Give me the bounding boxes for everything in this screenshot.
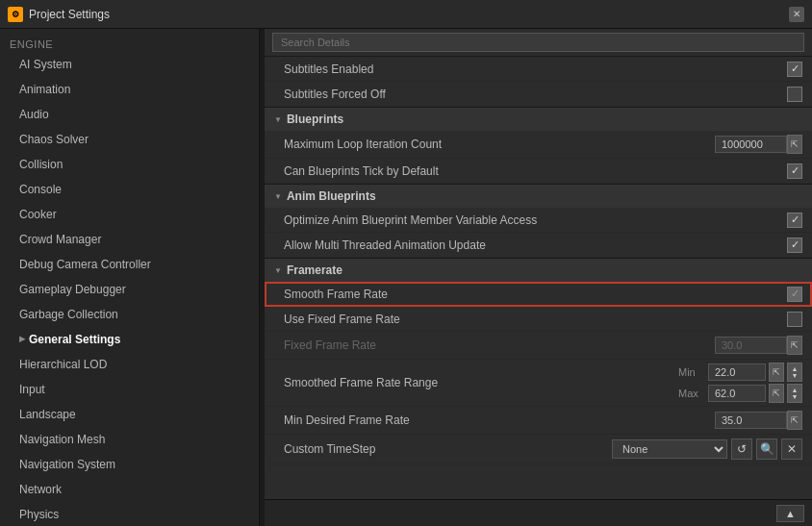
smooth-frame-rate-label: Smooth Frame Rate: [284, 288, 787, 301]
sidebar-item-general-settings[interactable]: General Settings: [0, 327, 259, 352]
setting-row-smoothed-frame-rate-range: Smoothed Frame Rate Range Min ⇱ ▲▼ Max ⇱…: [265, 360, 812, 407]
sidebar-item-debug-camera-controller[interactable]: Debug Camera Controller: [0, 252, 259, 277]
range-min-row: Min ⇱ ▲▼: [678, 363, 802, 382]
range-min-arrow-btn[interactable]: ▲▼: [787, 363, 802, 382]
window-title: Project Settings: [29, 8, 783, 21]
max-loop-input[interactable]: [715, 136, 787, 153]
scroll-up-icon: ▲: [785, 508, 796, 519]
custom-timestep-value: None ↺ 🔍 ✕: [612, 438, 802, 460]
use-fixed-frame-rate-checkbox[interactable]: [787, 312, 802, 327]
smooth-frame-rate-checkbox[interactable]: [787, 287, 802, 302]
setting-row-smooth-frame-rate: Smooth Frame Rate: [265, 282, 812, 307]
sidebar-item-landscape[interactable]: Landscape: [0, 402, 259, 427]
sidebar-item-ai-system[interactable]: AI System: [0, 52, 259, 77]
setting-row-multithreaded-anim: Allow Multi Threaded Animation Update: [265, 233, 812, 258]
max-loop-iteration-label: Maximum Loop Iteration Count: [284, 138, 715, 151]
multithreaded-anim-checkbox[interactable]: [787, 238, 802, 253]
max-loop-input-group: ⇱: [715, 135, 802, 154]
fixed-frame-rate-input[interactable]: [715, 337, 787, 354]
subtitles-forced-off-label: Subtitles Forced Off: [284, 88, 787, 101]
fixed-frame-rate-input-group: ⇱: [715, 336, 802, 355]
optimize-anim-bp-checkbox[interactable]: [787, 213, 802, 228]
search-bar: [265, 29, 812, 57]
range-min-input[interactable]: [708, 363, 766, 381]
range-inputs: Min ⇱ ▲▼ Max ⇱ ▲▼: [678, 363, 802, 403]
min-desired-frame-rate-input[interactable]: [715, 412, 787, 429]
optimize-anim-bp-label: Optimize Anim Blueprint Member Variable …: [284, 213, 787, 227]
blueprints-tick-label: Can Blueprints Tick by Default: [284, 164, 787, 178]
smooth-frame-rate-value: [787, 287, 802, 302]
min-desired-frame-rate-value: ⇱: [715, 411, 802, 430]
multithreaded-anim-value: [787, 238, 802, 253]
range-max-input[interactable]: [708, 385, 766, 402]
max-loop-iteration-value: ⇱: [715, 135, 802, 154]
sidebar-item-animation[interactable]: Animation: [0, 77, 259, 102]
sidebar-item-audio[interactable]: Audio: [0, 102, 259, 127]
sidebar-item-collision[interactable]: Collision: [0, 152, 259, 177]
section-header-framerate[interactable]: Framerate: [265, 258, 812, 282]
fixed-frame-rate-expand-btn[interactable]: ⇱: [787, 336, 802, 355]
range-max-row: Max ⇱ ▲▼: [678, 384, 802, 403]
custom-timestep-refresh-btn[interactable]: ↺: [731, 438, 752, 460]
sidebar-item-crowd-manager[interactable]: Crowd Manager: [0, 227, 259, 252]
setting-row-min-desired-frame-rate: Min Desired Frame Rate ⇱: [265, 407, 812, 435]
range-min-label: Min: [678, 366, 705, 378]
setting-row-fixed-frame-rate: Fixed Frame Rate ⇱: [265, 332, 812, 360]
range-max-label: Max: [678, 388, 705, 399]
setting-row-subtitles-forced-off: Subtitles Forced Off: [265, 82, 812, 107]
blueprints-tick-checkbox[interactable]: [787, 163, 802, 179]
setting-row-subtitles-enabled: Subtitles Enabled: [265, 57, 812, 82]
min-desired-input-group: ⇱: [715, 411, 802, 430]
sidebar-item-navigation-system[interactable]: Navigation System: [0, 452, 259, 477]
sidebar-item-garbage-collection[interactable]: Garbage Collection: [0, 302, 259, 327]
setting-row-max-loop-iteration: Maximum Loop Iteration Count ⇱: [265, 131, 812, 159]
subtitles-forced-off-value: [787, 87, 802, 102]
range-min-expand-btn[interactable]: ⇱: [769, 363, 784, 382]
sidebar-section-engine: Engine: [0, 33, 259, 52]
multithreaded-anim-label: Allow Multi Threaded Animation Update: [284, 238, 787, 252]
sidebar-item-navigation-mesh[interactable]: Navigation Mesh: [0, 427, 259, 452]
min-desired-frame-rate-label: Min Desired Frame Rate: [284, 413, 715, 427]
sidebar-item-hierarchical-lod[interactable]: Hierarchical LOD: [0, 352, 259, 377]
sidebar-item-chaos-solver[interactable]: Chaos Solver: [0, 127, 259, 152]
settings-content: Subtitles Enabled Subtitles Forced Off B…: [265, 57, 812, 499]
sidebar-item-physics[interactable]: Physics: [0, 502, 259, 526]
sidebar: Engine AI System Animation Audio Chaos S…: [0, 29, 260, 526]
section-header-anim-blueprints[interactable]: Anim Blueprints: [265, 184, 812, 208]
search-input[interactable]: [272, 33, 804, 52]
close-button[interactable]: ✕: [789, 7, 804, 22]
main-container: Engine AI System Animation Audio Chaos S…: [0, 29, 812, 526]
custom-timestep-search-btn[interactable]: 🔍: [756, 438, 777, 460]
section-header-blueprints[interactable]: Blueprints: [265, 107, 812, 131]
content-panel: Subtitles Enabled Subtitles Forced Off B…: [265, 29, 812, 526]
subtitles-forced-off-checkbox[interactable]: [787, 87, 802, 102]
custom-timestep-clear-btn[interactable]: ✕: [781, 438, 802, 460]
sidebar-item-gameplay-debugger[interactable]: Gameplay Debugger: [0, 277, 259, 302]
app-icon: ⚙: [8, 7, 23, 22]
fixed-frame-rate-label: Fixed Frame Rate: [284, 338, 715, 352]
sidebar-item-input[interactable]: Input: [0, 377, 259, 402]
setting-row-custom-timestep: Custom TimeStep None ↺ 🔍 ✕: [265, 435, 812, 464]
custom-timestep-dropdown[interactable]: None: [612, 439, 727, 459]
custom-timestep-label: Custom TimeStep: [284, 442, 612, 456]
sidebar-item-network[interactable]: Network: [0, 477, 259, 502]
title-bar: ⚙ Project Settings ✕: [0, 0, 812, 29]
range-max-arrow-btn[interactable]: ▲▼: [787, 384, 802, 403]
subtitles-enabled-checkbox[interactable]: [787, 62, 802, 77]
setting-row-use-fixed-frame-rate: Use Fixed Frame Rate: [265, 307, 812, 332]
use-fixed-frame-rate-label: Use Fixed Frame Rate: [284, 313, 787, 326]
bottom-toolbar: ▲: [265, 499, 812, 526]
sidebar-item-console[interactable]: Console: [0, 177, 259, 202]
max-loop-expand-btn[interactable]: ⇱: [787, 135, 802, 154]
range-max-expand-btn[interactable]: ⇱: [769, 384, 784, 403]
setting-row-optimize-anim-bp: Optimize Anim Blueprint Member Variable …: [265, 208, 812, 233]
scroll-up-button[interactable]: ▲: [776, 505, 804, 522]
blueprints-tick-value: [787, 163, 802, 179]
min-desired-expand-btn[interactable]: ⇱: [787, 411, 802, 430]
use-fixed-frame-rate-value: [787, 312, 802, 327]
subtitles-enabled-label: Subtitles Enabled: [284, 63, 787, 76]
subtitles-enabled-value: [787, 62, 802, 77]
fixed-frame-rate-value: ⇱: [715, 336, 802, 355]
sidebar-item-cooker[interactable]: Cooker: [0, 202, 259, 227]
optimize-anim-bp-value: [787, 213, 802, 228]
